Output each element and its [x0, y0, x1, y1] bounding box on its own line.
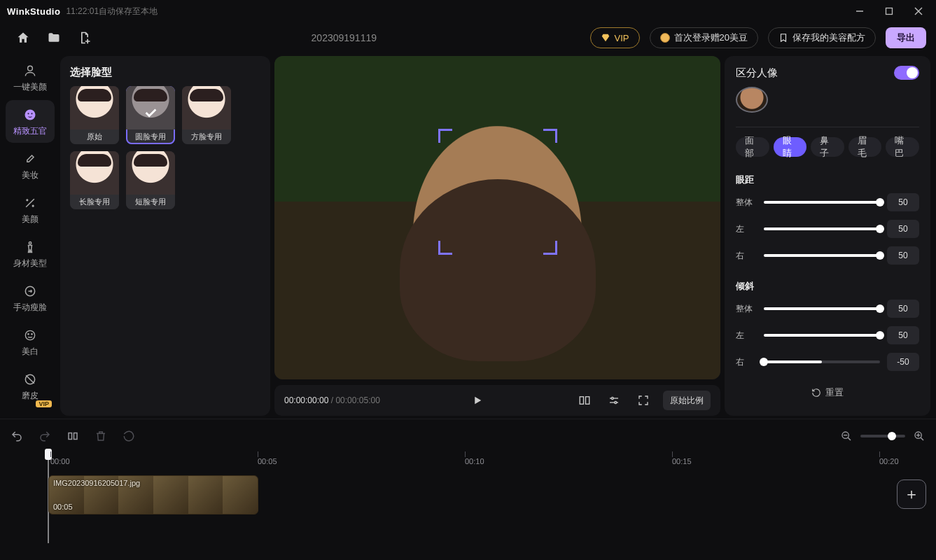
adjust-panel-title: 区分人像	[736, 66, 778, 80]
face-option-square[interactable]: 方脸专用	[182, 86, 231, 144]
slider-tilt-left[interactable]	[764, 334, 880, 337]
value-tilt-right[interactable]: -50	[887, 353, 919, 371]
nav-manual-face-slim[interactable]: 手动瘦脸	[6, 276, 55, 319]
face-option-short[interactable]: 短脸专用	[126, 151, 175, 209]
group-eye-distance: 眼距	[736, 174, 919, 186]
player-bar: 00:00:00:00 / 00:00:05:00 原始比例	[274, 385, 720, 416]
add-clip-button[interactable]: ＋	[897, 479, 926, 509]
nav-beautify[interactable]: 美颜	[6, 188, 55, 231]
face-icon	[22, 107, 38, 122]
timeline-clip[interactable]: IMG20230916205017.jpg 00:05	[48, 475, 258, 514]
svg-point-4	[28, 66, 33, 71]
svg-point-21	[611, 398, 613, 400]
reset-button[interactable]: 重置	[804, 379, 851, 406]
window-minimize-button[interactable]	[855, 6, 865, 16]
svg-point-7	[31, 113, 32, 114]
slider-tilt-right[interactable]	[764, 360, 880, 363]
smiley-icon	[22, 328, 38, 343]
fullscreen-icon[interactable]	[634, 391, 653, 410]
svg-point-12	[25, 330, 34, 340]
timeline-track[interactable]: IMG20230916205017.jpg 00:05 ＋	[10, 475, 926, 552]
face-detect-frame	[438, 129, 557, 255]
zoom-in-icon[interactable]	[912, 429, 926, 443]
nav-body-shape[interactable]: 身材美型	[6, 232, 55, 275]
blur-icon	[22, 372, 38, 387]
export-button[interactable]: 导出	[886, 27, 926, 48]
tab-eyes[interactable]: 眼睛	[774, 137, 807, 157]
face-avatar[interactable]	[736, 87, 768, 113]
vip-button[interactable]: VIP	[590, 27, 640, 48]
svg-rect-17	[580, 397, 583, 405]
svg-rect-1	[886, 8, 893, 15]
feature-tabs: 面部 眼睛 鼻子 眉毛 嘴巴	[736, 137, 919, 157]
svg-line-27	[848, 438, 851, 440]
zoom-slider[interactable]	[860, 435, 905, 438]
slider-dist-right[interactable]	[764, 254, 880, 257]
body-icon	[22, 239, 38, 255]
coin-icon	[660, 33, 670, 43]
face-panel-title: 选择脸型	[70, 66, 260, 79]
adjust-panel: 区分人像 面部 眼睛 鼻子 眉毛 嘴巴 眼距 整体50 左50 右50 倾斜 整…	[725, 56, 930, 416]
svg-point-22	[615, 402, 617, 404]
slider-dist-left[interactable]	[764, 227, 880, 230]
face-shape-panel: 选择脸型 原始 圆脸专用 方脸专用 长脸专用 短脸专用	[60, 56, 270, 416]
toolbar: 202309191119 VIP 首次登录赠20美豆 保存我的美容配方 导出	[0, 22, 936, 53]
wand-icon	[22, 195, 38, 211]
aspect-ratio-button[interactable]: 原始比例	[663, 391, 711, 410]
loop-icon[interactable]	[122, 429, 136, 443]
svg-rect-23	[69, 433, 72, 440]
group-tilt: 倾斜	[736, 280, 919, 293]
compare-icon[interactable]	[575, 391, 594, 410]
face-option-round[interactable]: 圆脸专用	[126, 86, 175, 144]
redo-icon[interactable]	[38, 429, 52, 443]
portrait-icon	[22, 63, 38, 78]
vip-badge: VIP	[36, 400, 52, 407]
bookmark-plus-icon	[778, 33, 788, 43]
side-nav: 一键美颜 精致五官 美妆 美颜 身材美型 手动瘦脸 美白 磨皮 VIP	[0, 53, 60, 419]
value-dist-right[interactable]: 50	[887, 246, 919, 265]
nav-facial-features[interactable]: 精致五官	[6, 100, 55, 143]
window-maximize-button[interactable]	[884, 6, 894, 16]
face-option-long[interactable]: 长脸专用	[70, 151, 119, 209]
video-preview[interactable]	[274, 56, 720, 379]
slider-dist-all[interactable]	[764, 201, 880, 204]
undo-icon[interactable]	[10, 429, 24, 443]
tab-brows[interactable]: 眉毛	[848, 137, 882, 157]
nav-more[interactable]: VIP	[6, 409, 55, 410]
face-option-original[interactable]: 原始	[70, 86, 119, 144]
value-tilt-all[interactable]: 50	[887, 300, 919, 318]
play-button[interactable]	[468, 391, 487, 410]
window-close-button[interactable]	[914, 6, 923, 16]
folder-icon[interactable]	[41, 27, 67, 49]
value-dist-left[interactable]: 50	[887, 220, 919, 238]
save-recipe-button[interactable]: 保存我的美容配方	[768, 27, 876, 48]
delete-icon[interactable]	[94, 429, 108, 443]
svg-point-8	[27, 200, 28, 201]
value-dist-all[interactable]: 50	[887, 193, 919, 211]
svg-point-13	[28, 334, 29, 335]
nav-makeup[interactable]: 美妆	[6, 144, 55, 187]
timeline-tools	[10, 425, 926, 447]
slider-tilt-all[interactable]	[764, 307, 880, 310]
timeline-ruler[interactable]: 00:00 00:05 00:10 00:15 00:20	[10, 451, 926, 471]
tab-mouth[interactable]: 嘴巴	[886, 137, 919, 157]
import-file-icon[interactable]	[71, 27, 98, 49]
split-icon[interactable]	[66, 429, 80, 443]
document-title: 202309191119	[102, 32, 586, 43]
svg-point-14	[32, 334, 32, 335]
portrait-toggle[interactable]	[894, 66, 919, 80]
value-tilt-left[interactable]: 50	[887, 326, 919, 344]
nav-auto-beauty[interactable]: 一键美颜	[6, 56, 55, 99]
tab-face[interactable]: 面部	[736, 137, 769, 157]
svg-rect-24	[74, 433, 78, 440]
nav-whiten[interactable]: 美白	[6, 321, 55, 363]
tab-nose[interactable]: 鼻子	[811, 137, 844, 157]
zoom-out-icon[interactable]	[839, 429, 853, 443]
clip-duration: 00:05	[53, 503, 73, 511]
svg-rect-18	[586, 397, 589, 405]
svg-point-9	[32, 205, 34, 206]
settings-sliders-icon[interactable]	[604, 391, 624, 410]
home-icon[interactable]	[10, 27, 36, 49]
login-bonus-button[interactable]: 首次登录赠20美豆	[650, 27, 758, 48]
lipstick-icon	[22, 151, 38, 167]
